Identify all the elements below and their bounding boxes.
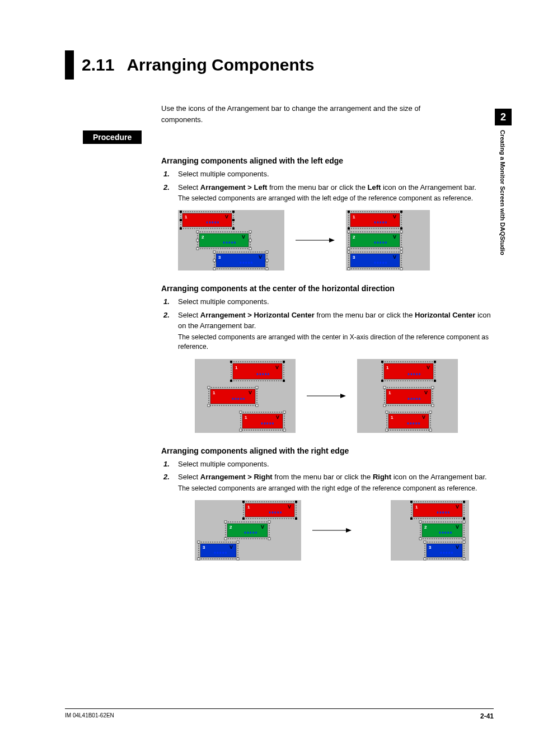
svg-rect-110 — [383, 404, 386, 407]
step-text: Select multiple components. — [178, 460, 269, 468]
svg-text:2: 2 — [424, 525, 427, 530]
svg-rect-158 — [410, 501, 413, 503]
svg-rect-10 — [232, 219, 235, 221]
svg-rect-88 — [240, 411, 242, 413]
svg-text:*****: ***** — [232, 397, 245, 403]
svg-rect-100 — [381, 361, 383, 363]
svg-rect-121 — [429, 429, 432, 431]
svg-rect-43 — [348, 227, 350, 230]
section-number: 2.11 — [82, 55, 114, 74]
svg-text:3: 3 — [218, 255, 221, 260]
component-2: 2 V ***** — [196, 231, 251, 250]
svg-rect-112 — [432, 404, 434, 407]
svg-rect-167 — [419, 521, 421, 523]
svg-rect-20 — [249, 231, 251, 233]
svg-rect-168 — [419, 538, 421, 540]
svg-rect-103 — [434, 380, 436, 382]
figure-right-align: 1V***** 2V***** 3V***** 1V***** — [178, 500, 491, 562]
svg-text:V: V — [393, 254, 396, 260]
step-item: 2.Select Arrangement > Left from the men… — [174, 182, 491, 204]
step-text: Select multiple components. — [178, 297, 269, 306]
svg-rect-159 — [410, 517, 413, 520]
intro-paragraph: Use the icons of the Arrangement bar to … — [161, 103, 452, 125]
step-number: 2. — [163, 310, 170, 321]
svg-rect-52 — [348, 248, 350, 250]
step-item: 1.Select multiple components. — [174, 459, 491, 470]
step-number: 2. — [163, 182, 170, 193]
svg-rect-73 — [283, 380, 285, 382]
svg-rect-17 — [196, 231, 199, 233]
svg-rect-109 — [383, 386, 386, 389]
svg-text:*****: ***** — [240, 261, 253, 267]
svg-rect-178 — [463, 541, 465, 543]
step-note: The selected components are arranged wit… — [178, 333, 491, 352]
step-text: Select Arrangement > Horizontal Center f… — [178, 311, 491, 330]
svg-rect-45 — [400, 227, 402, 230]
section-title: Arranging Components — [127, 55, 314, 74]
svg-rect-147 — [198, 558, 200, 560]
svg-text:1: 1 — [185, 214, 188, 220]
svg-text:*****: ***** — [439, 531, 452, 537]
svg-rect-90 — [283, 411, 285, 413]
footer-page-number: 2-41 — [480, 712, 494, 720]
svg-rect-6 — [180, 211, 182, 213]
svg-rect-138 — [224, 538, 227, 540]
svg-text:V: V — [456, 524, 459, 530]
svg-rect-72 — [283, 361, 285, 363]
steps-list: 1.Select multiple components. 2.Select A… — [161, 459, 491, 493]
figure-left-align: 1 V ***** 2 V ***** — [178, 210, 491, 272]
step-note: The selected components are arranged wit… — [178, 484, 491, 493]
svg-rect-91 — [283, 429, 285, 431]
section-left-align: Arranging components aligned with the le… — [161, 156, 491, 272]
svg-rect-22 — [249, 248, 251, 250]
svg-rect-28 — [213, 251, 216, 253]
svg-text:V: V — [424, 390, 428, 395]
chapter-title-vertical: Creating a Monitor Screen with DAQStudio — [495, 130, 506, 255]
svg-rect-18 — [196, 239, 199, 241]
svg-rect-79 — [208, 386, 210, 389]
step-text: Select Arrangement > Left from the menu … — [178, 183, 476, 192]
svg-rect-148 — [237, 541, 239, 543]
svg-text:2: 2 — [229, 525, 232, 530]
svg-text:*****: ***** — [261, 422, 274, 428]
svg-text:3: 3 — [203, 545, 205, 550]
svg-text:1: 1 — [415, 505, 418, 510]
svg-rect-7 — [180, 219, 182, 221]
step-note: The selected components are arranged wit… — [178, 194, 491, 203]
step-number: 1. — [163, 296, 170, 307]
svg-rect-131 — [295, 517, 297, 520]
svg-rect-31 — [266, 251, 268, 253]
svg-rect-130 — [295, 501, 297, 503]
svg-text:1: 1 — [213, 390, 216, 395]
component-1: 1 V ***** — [180, 211, 235, 230]
step-item: 2.Select Arrangement > Horizontal Center… — [174, 310, 491, 352]
svg-rect-128 — [242, 501, 245, 503]
svg-rect-81 — [256, 386, 258, 389]
svg-rect-137 — [224, 521, 227, 523]
svg-text:*****: ***** — [244, 531, 257, 537]
svg-rect-44 — [400, 211, 402, 213]
svg-text:2: 2 — [202, 235, 204, 240]
svg-rect-51 — [348, 231, 350, 233]
svg-rect-61 — [348, 268, 350, 270]
svg-rect-62 — [400, 251, 402, 253]
svg-text:*****: ***** — [407, 422, 420, 428]
svg-text:V: V — [422, 414, 425, 420]
page: 2 Creating a Monitor Screen with DAQStud… — [0, 0, 534, 756]
svg-text:V: V — [393, 214, 396, 220]
svg-rect-139 — [268, 521, 270, 523]
svg-text:*****: ***** — [214, 551, 227, 557]
step-text: Select Arrangement > Right from the menu… — [178, 473, 487, 481]
svg-text:*****: ***** — [374, 241, 387, 247]
step-number: 1. — [163, 459, 170, 470]
section-heading: Arranging components aligned with the le… — [161, 156, 491, 165]
svg-rect-19 — [196, 248, 199, 250]
svg-text:*****: ***** — [269, 511, 282, 517]
svg-text:V: V — [225, 214, 228, 220]
svg-rect-177 — [424, 558, 426, 560]
svg-rect-53 — [400, 231, 402, 233]
svg-text:2: 2 — [353, 235, 355, 240]
svg-text:V: V — [229, 544, 233, 550]
section-horizontal-center: Arranging components at the center of th… — [161, 284, 491, 433]
title-accent-bar — [65, 50, 74, 80]
